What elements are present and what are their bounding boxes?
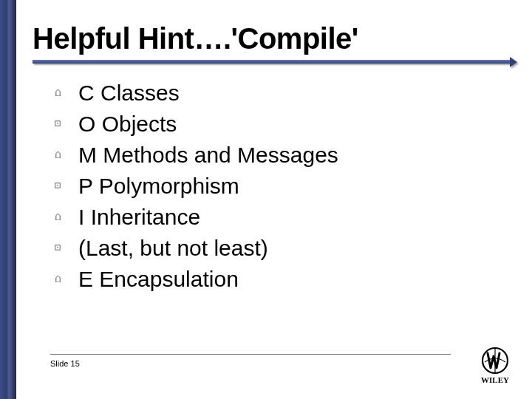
title-underline	[33, 60, 516, 67]
list-item-text: P Polymorphism	[78, 174, 239, 199]
svg-point-3	[57, 185, 58, 186]
list-item-text: O Objects	[78, 112, 177, 137]
list-item: E Encapsulation	[55, 267, 501, 292]
wiley-logo: WILEY	[474, 344, 516, 386]
bullet-icon	[55, 89, 62, 97]
slide-title: Helpful Hint….'Compile'	[33, 22, 516, 55]
list-item: C Classes	[55, 81, 501, 106]
list-item: M Methods and Messages	[55, 143, 501, 168]
svg-text:WILEY: WILEY	[481, 375, 509, 384]
bullet-icon	[55, 183, 62, 190]
bullet-list: C Classes O Objects M Methods and Messag…	[33, 81, 516, 292]
bullet-icon	[55, 214, 62, 221]
list-item-text: I Inheritance	[78, 205, 200, 230]
bullet-icon	[55, 276, 62, 283]
left-accent-bar	[0, 0, 16, 399]
list-item-text: E Encapsulation	[78, 267, 239, 292]
list-item: P Polymorphism	[55, 174, 501, 199]
svg-point-5	[57, 247, 58, 248]
list-item: O Objects	[55, 112, 501, 137]
bullet-icon	[55, 151, 62, 159]
list-item-text: C Classes	[78, 81, 180, 106]
list-item: (Last, but not least)	[55, 236, 501, 261]
svg-point-1	[57, 123, 58, 124]
list-item-text: M Methods and Messages	[78, 143, 338, 168]
slide-number: Slide 15	[50, 359, 451, 368]
list-item: I Inheritance	[55, 205, 501, 230]
bullet-icon	[55, 245, 62, 252]
slide-footer: Slide 15	[50, 354, 451, 368]
footer-rule	[50, 354, 451, 355]
list-item-text: (Last, but not least)	[78, 236, 268, 261]
slide-content: Helpful Hint….'Compile' C Classes O Obje…	[16, 0, 532, 399]
bullet-icon	[55, 120, 62, 128]
